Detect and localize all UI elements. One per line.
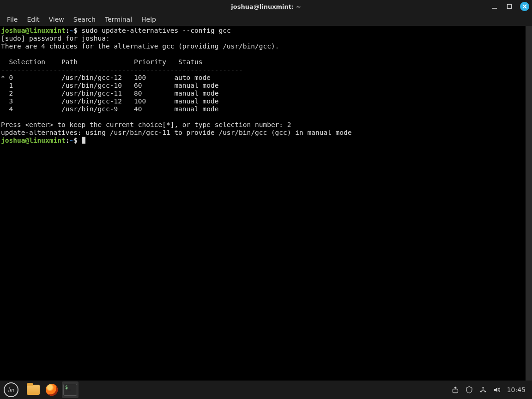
- menu-search[interactable]: Search: [69, 14, 100, 25]
- minimize-button[interactable]: [490, 2, 499, 11]
- terminal-icon: [63, 384, 77, 396]
- shield-icon[interactable]: [466, 386, 473, 393]
- output-row-1: 1 /usr/bin/gcc-10 60 manual mode: [1, 82, 218, 89]
- clock[interactable]: 10:45: [507, 386, 526, 393]
- menu-terminal[interactable]: Terminal: [101, 14, 136, 25]
- menu-view[interactable]: View: [45, 14, 68, 25]
- title-bar: joshua@linuxmint: ~: [0, 0, 532, 13]
- output-result: update-alternatives: using /usr/bin/gcc-…: [1, 129, 352, 136]
- prompt-symbol: $: [73, 27, 78, 34]
- launcher-firefox[interactable]: [43, 381, 60, 398]
- prompt2-path: ~: [69, 137, 73, 144]
- menu-file[interactable]: File: [3, 14, 22, 25]
- firefox-icon: [46, 384, 58, 396]
- output-choices: There are 4 choices for the alternative …: [1, 42, 279, 50]
- output-row-2: 2 /usr/bin/gcc-11 80 manual mode: [1, 90, 218, 97]
- start-menu-button[interactable]: lm: [0, 381, 22, 399]
- output-divider: ----------------------------------------…: [1, 66, 243, 73]
- output-row-0: * 0 /usr/bin/gcc-12 100 auto mode: [1, 74, 211, 81]
- output-header: Selection Path Priority Status: [1, 58, 203, 66]
- launcher-files[interactable]: [25, 381, 42, 398]
- network-icon[interactable]: [479, 386, 487, 393]
- command-1: sudo update-alternatives --config gcc: [78, 27, 231, 34]
- prompt2-symbol: $: [73, 137, 78, 144]
- output-sudo: [sudo] password for joshua:: [1, 35, 114, 42]
- update-manager-icon[interactable]: [452, 386, 459, 393]
- window-title: joshua@linuxmint: ~: [0, 3, 532, 10]
- output-row-3: 3 /usr/bin/gcc-12 100 manual mode: [1, 97, 218, 105]
- taskbar: lm: [0, 381, 532, 399]
- prompt-user-host: joshua@linuxmint: [1, 27, 66, 34]
- prompt-path: ~: [69, 27, 73, 34]
- output-press: Press <enter> to keep the current choice…: [1, 121, 291, 128]
- system-tray: 10:45: [452, 386, 532, 393]
- prompt2-user-host: joshua@linuxmint: [1, 137, 66, 144]
- menu-help[interactable]: Help: [137, 14, 160, 25]
- launcher-terminal[interactable]: [62, 381, 79, 398]
- menu-edit[interactable]: Edit: [23, 14, 43, 25]
- menu-bar: File Edit View Search Terminal Help: [0, 13, 532, 26]
- cursor-icon: [82, 137, 85, 144]
- mint-logo-icon: lm: [4, 382, 18, 397]
- terminal-output[interactable]: joshua@linuxmint:~$ sudo update-alternat…: [0, 26, 526, 381]
- output-row-4: 4 /usr/bin/gcc-9 40 manual mode: [1, 105, 218, 113]
- svg-point-5: [482, 387, 484, 388]
- volume-icon[interactable]: [493, 386, 501, 393]
- close-button[interactable]: [520, 2, 529, 11]
- svg-rect-4: [453, 389, 458, 393]
- svg-rect-1: [508, 5, 512, 9]
- folder-icon: [27, 385, 40, 395]
- scrollbar[interactable]: [526, 26, 532, 381]
- maximize-button[interactable]: [505, 2, 514, 11]
